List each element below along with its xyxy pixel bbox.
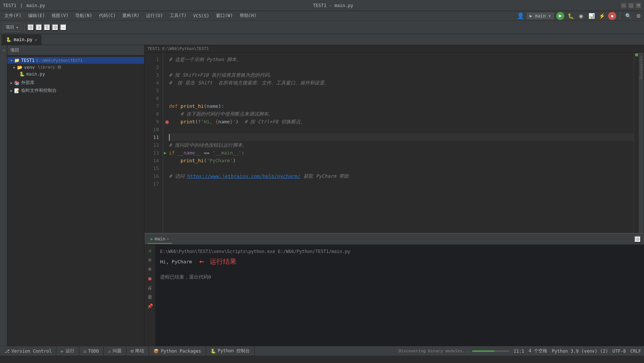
menu-help[interactable]: 帮助(H) <box>237 11 260 20</box>
terminal-label: 终结 <box>135 348 144 354</box>
status-version-control[interactable]: ⎇ Version Control <box>0 346 56 356</box>
tree-root-name: TEST1 <box>21 58 34 63</box>
panel-collapse-icon[interactable]: ─ <box>60 24 67 31</box>
tree-arrow-scratches-icon: ▶ <box>10 89 13 93</box>
line-num-16: 16 <box>145 172 159 180</box>
menu-view[interactable]: 视图(V) <box>49 11 72 20</box>
breadcrumb-bar: TEST1 E:\W66\Python\TEST1 <box>145 45 644 53</box>
annotation-arrow-icon: ← <box>199 257 204 265</box>
menu-run[interactable]: 运行(U) <box>143 11 166 20</box>
title-bar: TEST1 | main.py TEST1 - main.py ─ □ ✕ <box>0 0 644 11</box>
code-line-3: # 按 Shift+F10 执行或将其替换为您的代码。 <box>169 71 634 79</box>
panel-sort-icon[interactable]: ⇅ <box>44 24 50 31</box>
panel-settings-icon[interactable]: ⚙ <box>27 24 34 31</box>
menu-window[interactable]: 窗口(W) <box>213 11 236 20</box>
avatar-icon[interactable]: 👤 <box>517 12 524 19</box>
terminal-rerun-btn[interactable]: ↺ <box>146 246 154 254</box>
main-config-label[interactable]: ▶ main ▾ <box>527 13 554 19</box>
menu-code[interactable]: 代码(C) <box>96 11 119 20</box>
panel-gear-icon[interactable]: ⚙ <box>52 24 59 31</box>
maximize-button[interactable]: □ <box>628 3 634 8</box>
terminal-scroll-btn[interactable]: ⊞ <box>146 265 154 273</box>
pycharm-help-link[interactable]: https://www.jetbrains.com/help/pycharm/ <box>187 172 300 180</box>
git-icon: ⎇ <box>4 349 10 354</box>
tree-external-item[interactable]: ▶ 📚 外部库 <box>7 79 144 87</box>
tree-root-item[interactable]: ▼ 📁 TEST1 E:\W66\Python\TEST1 <box>7 57 144 64</box>
line-ending[interactable]: CRLF <box>630 349 641 354</box>
close-button[interactable]: ✕ <box>636 3 641 8</box>
code-area[interactable]: # 这是一个示例 Python 脚本。 # 按 Shift+F10 执行或将其替… <box>163 53 634 233</box>
menu-vcs[interactable]: VCS(S) <box>190 12 212 20</box>
comment-1: # 这是一个示例 Python 脚本。 <box>169 56 241 63</box>
menu-edit[interactable]: 编辑(E) <box>25 11 48 20</box>
tab-close-button[interactable]: ✕ <box>35 37 37 42</box>
code-line-15 <box>169 164 634 172</box>
line-num-4: 4 <box>145 79 159 87</box>
search-everywhere-button[interactable]: 🔍 <box>624 12 632 20</box>
terminal-print-btn[interactable]: 🖨 <box>146 283 154 292</box>
status-python-packages[interactable]: 📦 Python Packages <box>149 346 206 356</box>
line-num-17: 17 <box>145 180 159 188</box>
settings-button[interactable]: ⚙ <box>634 12 643 20</box>
external-libs-icon: 📚 <box>14 80 20 86</box>
param-name: name <box>207 102 218 110</box>
menu-navigate[interactable]: 导航(N) <box>72 11 95 20</box>
stop-button[interactable]: ■ <box>608 12 616 20</box>
bookmark-strip: Bookmarks <box>639 53 644 233</box>
menu-refactor[interactable]: 重构(R) <box>119 11 142 20</box>
status-problems[interactable]: ⚠ 问题 <box>104 346 126 356</box>
panel-list-icon[interactable]: ≡ <box>36 24 42 31</box>
toolbar: 项目 ▾ ⚙ ≡ ⇅ ⚙ ─ <box>0 21 644 34</box>
discovery-area: Discovering binary modules... <box>399 349 509 353</box>
tree-venv-name: venv <box>24 65 35 70</box>
terminal-run-tab[interactable]: ▶ main ✕ <box>147 235 172 244</box>
terminal-stop-btn[interactable]: ⚙ <box>146 256 154 264</box>
left-strip-btn-1[interactable]: ◁ <box>0 47 7 53</box>
coverage-button[interactable]: ◉ <box>577 12 585 20</box>
problems-icon: ⚠ <box>108 349 111 354</box>
menu-file[interactable]: 文件(F) <box>1 11 24 20</box>
indent-spaces[interactable]: 4 个空格 <box>529 348 547 354</box>
code-line-11 <box>169 133 634 141</box>
tree-main-py-item[interactable]: 🐍 main.py <box>7 71 144 77</box>
minimize-button[interactable]: ─ <box>621 3 626 8</box>
status-terminal[interactable]: ⊡ 终结 <box>126 346 149 356</box>
debug-button[interactable]: 🐛 <box>567 12 575 20</box>
run-icon: ▶ <box>61 349 63 354</box>
scratches-icon: 📝 <box>14 88 20 93</box>
status-python-console[interactable]: 🐍 Python 控制台 <box>206 346 255 356</box>
line-num-2: 2 <box>145 63 159 71</box>
terminal-output-line: Hi, PyCharm ← 运行结果 <box>160 257 640 266</box>
project-panel: 项目 ▼ 📁 TEST1 E:\W66\Python\TEST1 ▶ 📂 ven… <box>7 45 145 346</box>
project-tree: ▼ 📁 TEST1 E:\W66\Python\TEST1 ▶ 📂 venv l… <box>7 56 144 346</box>
concurrency-button[interactable]: ⚡ <box>598 12 606 20</box>
keyword-def: def <box>169 102 180 110</box>
gutter-mark-top <box>635 53 638 56</box>
project-label[interactable]: 项目 ▾ <box>3 23 21 31</box>
run-main-button[interactable]: ▶ <box>556 12 564 20</box>
status-run[interactable]: ▶ 运行 <box>56 346 79 356</box>
breakpoint-marker: ● <box>165 118 169 126</box>
status-todo[interactable]: ☑ TODO <box>79 346 104 356</box>
run-label: 运行 <box>66 348 74 354</box>
run-gutter-icon[interactable]: ▶ <box>164 149 167 157</box>
terminal-settings-btn[interactable]: ⚙ <box>634 236 641 243</box>
terminal-pin-btn[interactable]: 📌 <box>146 302 154 310</box>
tree-scratches-item[interactable]: ▶ 📝 临时文件和控制台 <box>7 87 144 94</box>
encoding[interactable]: UTF-8 <box>613 349 626 354</box>
code-line-13: ▶ if __name__ == '__main__' : <box>169 149 634 157</box>
bookmarks-label[interactable]: Bookmarks <box>639 53 643 82</box>
cursor-position[interactable]: 11:1 <box>514 349 524 354</box>
todo-icon: ☑ <box>84 349 86 354</box>
editor-tab-main-py[interactable]: 🐍 main.py ✕ <box>1 34 42 45</box>
terminal-clear-btn[interactable]: ■ <box>146 274 154 282</box>
title-separator: | <box>20 3 23 8</box>
profile-button[interactable]: 📊 <box>587 12 595 20</box>
python-version[interactable]: Python 3.9 (venv) (2) <box>552 349 608 354</box>
terminal-tab-close[interactable]: ✕ <box>167 237 169 241</box>
menu-tools[interactable]: 工具(T) <box>167 11 190 20</box>
terminal-delete-btn[interactable]: 🗑 <box>146 293 154 301</box>
terminal-header-right: ⚙ <box>634 236 641 243</box>
code-line-5 <box>169 87 634 94</box>
tree-venv-item[interactable]: ▶ 📂 venv library 根 <box>7 64 144 71</box>
